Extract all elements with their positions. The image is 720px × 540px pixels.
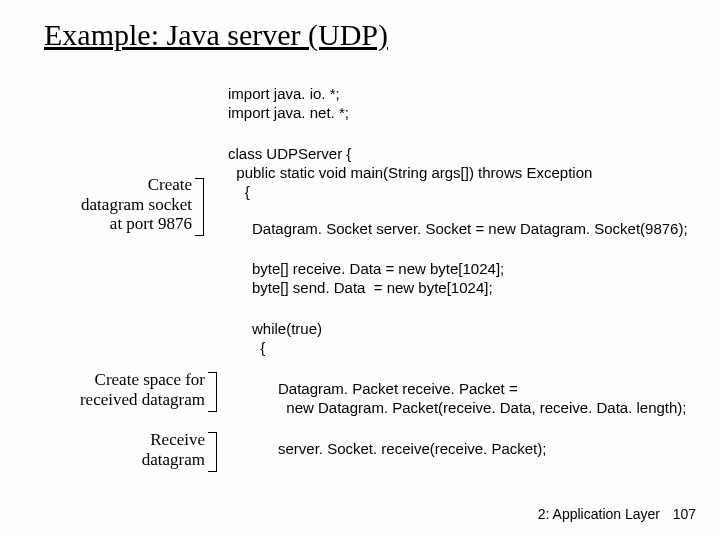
footer-page-number: 107	[673, 506, 696, 522]
slide: Example: Java server (UDP) import java. …	[0, 0, 720, 540]
code-class-open: class UDPServer { public static void mai…	[228, 145, 592, 201]
code-imports: import java. io. *; import java. net. *;	[228, 85, 349, 123]
annotation-create-socket: Create datagram socket at port 9876	[32, 175, 192, 234]
code-while: while(true) {	[252, 320, 322, 358]
footer-section-label: 2: Application Layer	[538, 506, 660, 522]
bracket-icon	[208, 372, 217, 412]
annotation-create-space: Create space for received datagram	[20, 370, 205, 409]
code-receive: server. Socket. receive(receive. Packet)…	[278, 440, 546, 459]
code-socket: Datagram. Socket server. Socket = new Da…	[252, 220, 688, 239]
code-buffers: byte[] receive. Data = new byte[1024]; b…	[252, 260, 504, 298]
bracket-icon	[208, 432, 217, 472]
annotation-receive: Receive datagram	[90, 430, 205, 469]
bracket-icon	[195, 178, 204, 236]
slide-title: Example: Java server (UDP)	[44, 18, 388, 52]
code-packet: Datagram. Packet receive. Packet = new D…	[278, 380, 687, 418]
